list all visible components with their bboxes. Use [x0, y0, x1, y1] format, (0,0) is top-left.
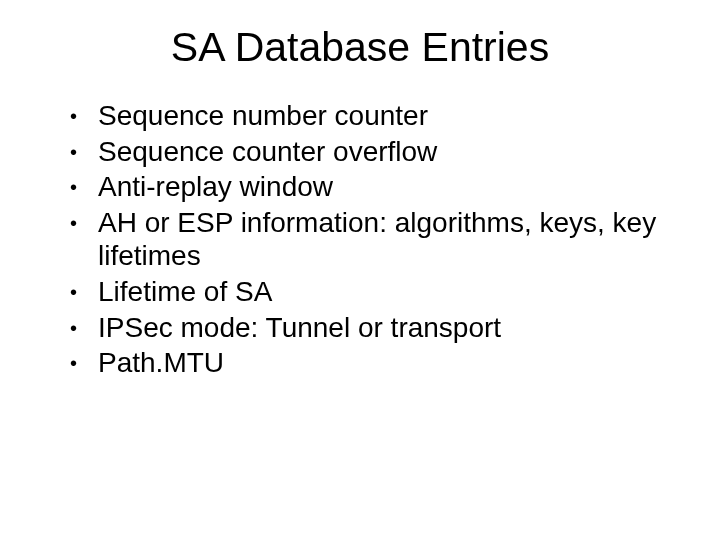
slide: SA Database Entries Sequence number coun…: [0, 0, 720, 540]
list-item: AH or ESP information: algorithms, keys,…: [70, 206, 680, 273]
list-item: Lifetime of SA: [70, 275, 680, 309]
list-item: Anti-replay window: [70, 170, 680, 204]
list-item: Sequence number counter: [70, 99, 680, 133]
slide-title: SA Database Entries: [40, 24, 680, 71]
list-item: IPSec mode: Tunnel or transport: [70, 311, 680, 345]
list-item: Sequence counter overflow: [70, 135, 680, 169]
bullet-list: Sequence number counter Sequence counter…: [40, 99, 680, 380]
list-item: Path.MTU: [70, 346, 680, 380]
